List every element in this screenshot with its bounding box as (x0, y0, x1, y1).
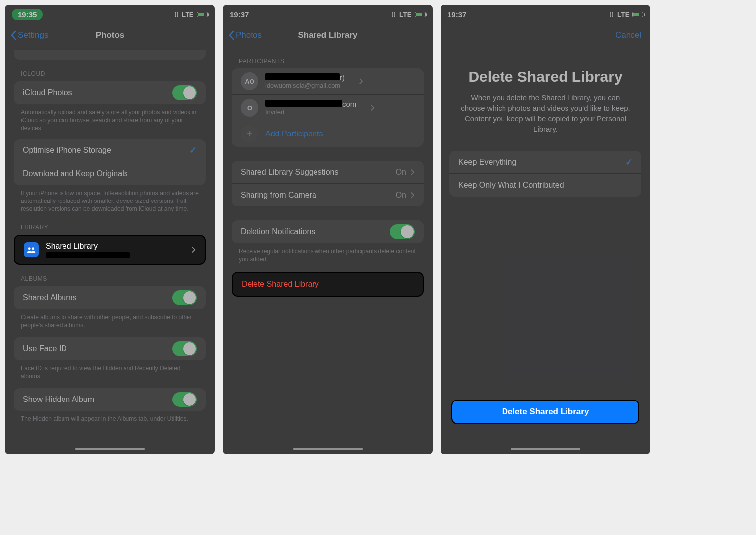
status-bar: 19:37 ⁞⁞ LTE (441, 5, 650, 24)
shared-library-row[interactable]: Shared Library (14, 235, 206, 265)
plus-icon: + (241, 125, 258, 143)
deletion-notifications-row[interactable]: Deletion Notifications (232, 220, 424, 243)
deletion-label: Deletion Notifications (241, 227, 315, 236)
signal-icon: ⁞⁞ (392, 11, 396, 18)
network-label: LTE (182, 11, 194, 18)
chevron-left-icon (10, 30, 17, 40)
faceid-row[interactable]: Use Face ID (14, 337, 206, 360)
albums-header: ALBUMS (5, 265, 215, 286)
icloud-description: Automatically upload and safely store al… (5, 104, 215, 133)
signal-icon: ⁞⁞ (174, 11, 179, 18)
nav-bar: Photos Shared Library (223, 24, 433, 47)
shared-albums-label: Shared Albums (23, 293, 77, 302)
hidden-row[interactable]: Show Hidden Album (14, 388, 206, 411)
participant-row[interactable]: AO r) idowuomisola@gmail.com (232, 68, 424, 95)
participant-email: idowuomisola@gmail.com (265, 82, 345, 89)
shared-library-icon (24, 242, 39, 257)
hidden-desc: The Hidden album will appear in the Albu… (5, 411, 215, 423)
chevron-right-icon (410, 168, 415, 176)
deletion-toggle[interactable] (390, 224, 415, 239)
shared-albums-toggle[interactable] (172, 290, 197, 305)
redacted-text (46, 252, 130, 258)
network-label: LTE (617, 11, 630, 18)
status-time: 19:35 (12, 9, 43, 20)
screen-shared-library: 19:37 ⁞⁞ LTE Photos Shared Library PARTI… (223, 5, 433, 454)
participants-header: PARTICIPANTS (223, 47, 433, 68)
chevron-left-icon (228, 30, 235, 40)
storage-group: Optimise iPhone Storage ✓ Download and K… (14, 139, 206, 185)
home-indicator[interactable] (293, 448, 363, 450)
camera-value: On (396, 191, 406, 200)
status-indicators: ⁞⁞ LTE (174, 11, 208, 18)
hidden-toggle[interactable] (172, 392, 197, 407)
screen-delete-confirmation: 19:37 ⁞⁞ LTE Cancel Delete Shared Librar… (441, 5, 650, 454)
add-participants-row[interactable]: + Add Participants (232, 121, 424, 147)
icloud-group: iCloud Photos (14, 81, 206, 104)
options-group: Shared Library Suggestions On Sharing fr… (232, 161, 424, 206)
back-button[interactable]: Photos (228, 30, 262, 40)
suggestions-label: Shared Library Suggestions (241, 168, 338, 177)
redacted-text (265, 73, 340, 80)
page-title: Photos (96, 30, 125, 40)
deletion-group: Deletion Notifications (232, 220, 424, 243)
battery-icon (197, 12, 208, 17)
avatar: AO (241, 72, 258, 90)
faceid-label: Use Face ID (23, 344, 67, 353)
optimise-label: Optimise iPhone Storage (23, 146, 111, 155)
svg-point-0 (28, 247, 31, 250)
keep-options-group: Keep Everything ✓ Keep Only What I Contr… (449, 151, 641, 197)
home-indicator[interactable] (75, 448, 145, 450)
checkmark-icon: ✓ (189, 145, 197, 156)
status-bar: 19:35 ⁞⁞ LTE (5, 5, 215, 24)
library-header: LIBRARY (5, 213, 215, 235)
cancel-button[interactable]: Cancel (615, 30, 641, 40)
icloud-photos-toggle[interactable] (172, 85, 197, 100)
faceid-toggle[interactable] (172, 341, 197, 356)
nav-bar: Cancel (441, 24, 650, 47)
camera-sharing-row[interactable]: Sharing from Camera On (232, 184, 424, 206)
chevron-right-icon (191, 246, 196, 254)
hidden-group: Show Hidden Album (14, 388, 206, 411)
checkmark-icon: ✓ (625, 157, 632, 168)
redacted-text (265, 100, 342, 107)
participant-name-suffix: r) (340, 73, 345, 82)
shared-albums-desc: Create albums to share with other people… (5, 309, 215, 329)
hidden-label: Show Hidden Album (23, 395, 94, 404)
icloud-photos-row[interactable]: iCloud Photos (14, 81, 206, 104)
deletion-desc: Receive regular notifications when other… (223, 243, 433, 263)
delete-shared-library-button[interactable]: Delete Shared Library (451, 400, 639, 424)
chevron-right-icon (410, 191, 415, 199)
delete-shared-library-row[interactable]: Delete Shared Library (232, 272, 424, 297)
delete-cta-label: Delete Shared Library (502, 407, 589, 417)
add-participants-label: Add Participants (265, 130, 323, 138)
signal-icon: ⁞⁞ (610, 11, 614, 18)
keep-contributed-row[interactable]: Keep Only What I Contributed (449, 174, 641, 197)
battery-icon (415, 12, 426, 17)
status-bar: 19:37 ⁞⁞ LTE (223, 5, 433, 24)
page-title: Delete Shared Library (441, 47, 650, 92)
keep-everything-row[interactable]: Keep Everything ✓ (449, 151, 641, 174)
nav-bar: Settings Photos (5, 24, 215, 47)
page-title: Shared Library (298, 30, 358, 40)
shared-albums-group: Shared Albums (14, 286, 206, 309)
storage-description: If your iPhone is low on space, full-res… (5, 185, 215, 213)
optimise-row[interactable]: Optimise iPhone Storage ✓ (14, 139, 206, 162)
status-time: 19:37 (230, 10, 249, 19)
icloud-header: ICLOUD (5, 60, 215, 81)
delete-label: Delete Shared Library (242, 280, 319, 289)
status-indicators: ⁞⁞ LTE (392, 11, 426, 18)
page-description: When you delete the Shared Library, you … (441, 92, 650, 134)
shared-albums-row[interactable]: Shared Albums (14, 286, 206, 309)
chevron-right-icon (370, 104, 375, 112)
top-partial-row (14, 50, 206, 60)
download-originals-row[interactable]: Download and Keep Originals (14, 162, 206, 185)
suggestions-row[interactable]: Shared Library Suggestions On (232, 161, 424, 184)
back-button[interactable]: Settings (10, 30, 48, 40)
status-indicators: ⁞⁞ LTE (610, 11, 643, 18)
keep-everything-label: Keep Everything (458, 158, 516, 167)
home-indicator[interactable] (511, 448, 580, 450)
chevron-right-icon (359, 77, 363, 85)
participant-row[interactable]: O com Invited (232, 95, 424, 121)
svg-point-1 (32, 247, 34, 250)
battery-icon (632, 12, 643, 17)
